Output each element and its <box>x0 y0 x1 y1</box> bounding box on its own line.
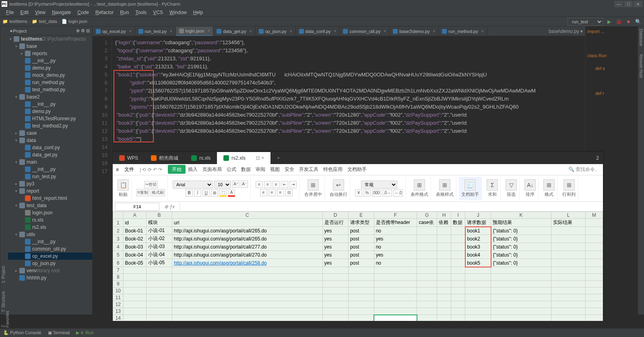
minimize-button[interactable]: — <box>614 1 623 7</box>
menu-file[interactable]: File <box>3 9 17 16</box>
tree-reports[interactable]: ▸reports <box>8 50 92 57</box>
merge-button[interactable]: ⊞ <box>308 179 319 191</box>
wps-tab-bar[interactable]: WPS稻壳商城rs.xlsrs2.xls ⊡ ×+2 <box>113 152 603 164</box>
tree-__init__.py[interactable]: __init__.py <box>8 57 92 64</box>
rowcol-button[interactable]: ⊞ <box>564 179 575 191</box>
tree-html_report.html[interactable]: html_report.html <box>8 195 92 202</box>
project-header[interactable]: ▸ Project ⊕ ⚙ ⊟ <box>8 27 92 35</box>
menu-tools[interactable]: Tools <box>132 9 149 16</box>
paste-button[interactable]: 📋 <box>118 179 129 191</box>
doc-helper-button[interactable]: 🧾 <box>464 179 476 191</box>
underline-button[interactable]: U <box>202 189 210 197</box>
tab-run_method.py[interactable]: run_method.py× <box>439 27 487 36</box>
bottom-bar[interactable]: 2: Favorites 🐍 Python Console ▣ Terminal… <box>0 328 644 337</box>
tab-common_util.py[interactable]: common_util.py× <box>340 27 390 36</box>
tree-__init__.py[interactable]: __init__.py <box>8 166 92 173</box>
format-button[interactable]: ⊞ <box>543 179 555 191</box>
tree-__init__.py[interactable]: __init__.py <box>8 238 92 245</box>
run-config-select[interactable]: run_test <box>568 18 603 26</box>
ribbon-tab-公式[interactable]: 公式 <box>224 165 239 174</box>
fill-color-button[interactable]: ⬚ <box>219 189 227 197</box>
menu-navigate[interactable]: Navigate <box>49 9 74 16</box>
wps-tab-稻壳商城[interactable]: 稻壳商城 <box>144 152 185 164</box>
tree-report[interactable]: ▾report <box>8 187 92 195</box>
tree-op_excel.py[interactable]: op_excel.py <box>8 253 92 260</box>
tab-base2\demo.py[interactable]: base2\demo.py× <box>390 27 439 36</box>
wps-tab-WPS[interactable]: WPS <box>113 152 144 164</box>
decrease-font-icon[interactable]: A⁻ <box>241 181 248 188</box>
wps-tab-rs2.xls[interactable]: rs2.xls ⊡ × <box>217 152 270 164</box>
tree-rs.xls[interactable]: rs.xls <box>8 216 92 224</box>
debug-button[interactable]: 🐞 <box>615 18 622 25</box>
number-format-select[interactable]: 常规 <box>361 181 397 189</box>
tree-rs2.xls[interactable]: rs2.xls <box>8 224 92 231</box>
tree-case[interactable]: ▸case <box>8 129 92 137</box>
crumb-2[interactable]: 📄 login.json <box>62 19 87 24</box>
border-button[interactable]: ⊞ <box>211 189 218 197</box>
close-button[interactable]: ✕ <box>634 1 642 7</box>
tree-py3[interactable]: ▸py3 <box>8 180 92 187</box>
filter-button[interactable]: ▽ <box>506 179 517 191</box>
wps-tab-rs.xls[interactable]: rs.xls <box>185 152 217 164</box>
tree-venv[interactable]: ▸venv library root <box>8 267 92 274</box>
tree-test_method2.py[interactable]: test_method2.py <box>8 122 92 129</box>
format-painter-button[interactable]: 格式刷 <box>151 189 165 196</box>
sum-button[interactable]: Σ <box>487 179 498 191</box>
crumb-1[interactable]: 📁 test_data <box>32 19 57 24</box>
ribbon-tab-页面布局[interactable]: 页面布局 <box>200 165 224 174</box>
ribbon-tab-插入[interactable]: 插入 <box>186 165 200 174</box>
left-tool-gutter[interactable]: 7: Structure1: Project <box>0 27 8 314</box>
tab-data_get.py[interactable]: data_get.py× <box>213 27 255 36</box>
ribbon-tab-文档助手[interactable]: 文档助手 <box>345 165 369 174</box>
fx-icon[interactable]: ⊗ ƒx <box>164 204 175 210</box>
ribbon-tab-视图[interactable]: 视图 <box>268 165 282 174</box>
menu-vcs[interactable]: VCS <box>150 9 166 16</box>
tree-data[interactable]: ▾data <box>8 137 92 144</box>
wps-menu-icon[interactable]: ≡ <box>116 167 119 173</box>
ribbon-tab-安全[interactable]: 安全 <box>282 165 297 174</box>
right-tool-gutter[interactable]: DatabaseRemote Host <box>638 27 644 314</box>
ribbon-tab-数据[interactable]: 数据 <box>239 165 253 174</box>
run-tool[interactable]: ▶ 4: Run <box>76 330 93 335</box>
menu-help[interactable]: Help <box>190 9 206 16</box>
tree-run_test.py[interactable]: run_test.py <box>8 173 92 180</box>
bold-button[interactable]: B <box>186 189 193 197</box>
run-button[interactable]: ▶ <box>605 18 613 25</box>
copy-button[interactable]: ⎘ 复制 <box>136 189 149 196</box>
menu-window[interactable]: Window <box>167 9 190 16</box>
tree-utils[interactable]: ▾utils <box>8 231 92 238</box>
tree-demo.py[interactable]: demo.py <box>8 108 92 115</box>
tree-login.json[interactable]: login.json <box>8 209 92 216</box>
stop-button[interactable]: ■ <box>625 18 632 25</box>
tree-op_json.py[interactable]: op_json.py <box>8 260 92 267</box>
tab-run_test.py[interactable]: run_test.py× <box>135 27 176 36</box>
name-box[interactable] <box>115 203 159 211</box>
search-button[interactable]: 🔍 <box>634 18 642 25</box>
maximize-button[interactable]: ☐ <box>624 1 633 7</box>
python-console-tool[interactable]: 🐍 Python Console <box>3 330 41 335</box>
tab-login.json[interactable]: login.json× <box>176 27 213 36</box>
tree-main[interactable]: ▾main <box>8 158 92 166</box>
wrap-button[interactable]: ↩ <box>333 179 344 191</box>
spreadsheet-grid[interactable]: ABCDEFGHIJKLM1id模块url是否运行请求类型是否携带headerc… <box>113 212 603 321</box>
menu-refactor[interactable]: Refactor <box>93 9 116 16</box>
table-style-button[interactable]: ⊞ <box>439 179 450 191</box>
editor-tabs[interactable]: op_excel.py×run_test.py×login.json×data_… <box>93 27 585 36</box>
tree-data_conf.py[interactable]: data_conf.py <box>8 144 92 151</box>
tree-hhhhh.py[interactable]: hhhhh.py <box>8 274 92 282</box>
menu-run[interactable]: Run <box>117 9 132 16</box>
tree-__init__.py[interactable]: __init__.py <box>8 101 92 108</box>
terminal-tool[interactable]: ▣ Terminal <box>48 330 70 335</box>
ribbon-tab-审阅[interactable]: 审阅 <box>253 165 268 174</box>
wps-tab-new[interactable]: + <box>270 152 286 164</box>
tab-overflow[interactable]: base\demo.py ▾ <box>546 29 585 34</box>
wps-ribbon[interactable]: 📋粘贴 ✂ 剪切 ⎘ 复制格式刷 Arial10A⁺A⁻ BIU⊞⬚A ≡≡≡⇤… <box>113 175 603 202</box>
tree-test_method.py[interactable]: test_method.py <box>8 86 92 93</box>
tree-base[interactable]: ▾base <box>8 43 92 50</box>
font-select[interactable]: Arial <box>173 181 213 189</box>
tree-common_util.py[interactable]: common_util.py <box>8 245 92 253</box>
menu-edit[interactable]: Edit <box>17 9 31 16</box>
tab-data_conf.py[interactable]: data_conf.py× <box>296 27 340 36</box>
ribbon-tab-开始[interactable]: 开始 <box>168 165 186 174</box>
formula-bar[interactable] <box>180 203 601 211</box>
